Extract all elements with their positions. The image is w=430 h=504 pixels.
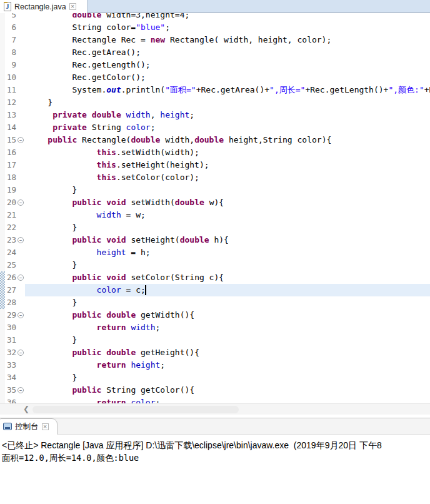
code-line[interactable]: height = h;: [25, 246, 151, 259]
console-panel: 控制台 ✕ <已终止> Rectangle [Java 应用程序] D:\迅雷下…: [0, 418, 430, 504]
close-icon[interactable]: ✕: [42, 423, 49, 430]
code-line[interactable]: private double width, height;: [25, 109, 194, 121]
console-output-area[interactable]: <已终止> Rectangle [Java 应用程序] D:\迅雷下载\ecli…: [0, 435, 430, 504]
code-line[interactable]: public void setColor(String c){: [25, 271, 224, 284]
console-tab-label: 控制台: [15, 421, 39, 432]
code-line[interactable]: Rectangle Rec = new Rectangle( width, he…: [25, 34, 331, 46]
line-number: 28: [5, 296, 16, 309]
line-number: 22: [5, 221, 16, 234]
code-line[interactable]: public void setHeight(double h){: [25, 234, 229, 246]
line-number: 5: [5, 13, 16, 21]
fold-collapse-icon[interactable]: –: [18, 350, 24, 356]
line-number: 16: [5, 146, 16, 159]
code-line[interactable]: this.setHeight(height);: [25, 159, 209, 171]
console-tab-bar: 控制台 ✕: [0, 418, 430, 435]
console-icon: [3, 423, 12, 430]
line-number: 8: [5, 46, 16, 59]
method-range-indicator: [0, 271, 5, 309]
line-number: 13: [5, 109, 16, 121]
line-number: 34: [5, 371, 16, 384]
fold-collapse-icon[interactable]: –: [18, 312, 24, 318]
console-tab[interactable]: 控制台 ✕: [0, 418, 58, 435]
fold-collapse-icon[interactable]: –: [18, 237, 24, 243]
code-line[interactable]: Rec.getColor();: [25, 71, 146, 84]
java-file-icon: [4, 2, 11, 11]
line-number: 10: [5, 71, 16, 84]
eclipse-window: Rectangle.java ✕ 56789101112131415161718…: [0, 0, 430, 504]
fold-collapse-icon[interactable]: –: [18, 199, 24, 206]
console-stdout-line: 面积=12.0,周长=14.0,颜色:blue: [2, 453, 430, 464]
code-line[interactable]: Rec.getLength();: [25, 59, 151, 71]
annotation-ruler: [0, 13, 5, 403]
line-number: 23: [5, 234, 16, 246]
code-line[interactable]: public double getWidth(){: [25, 309, 194, 321]
code-editor[interactable]: 5678910111213141516171819202122232425262…: [0, 13, 430, 403]
code-line[interactable]: color = c;: [25, 284, 146, 296]
line-number: 21: [5, 209, 16, 221]
line-number: 32: [5, 346, 16, 359]
code-line[interactable]: this.setWidth(width);: [25, 146, 199, 159]
line-number: 7: [5, 34, 16, 46]
fold-collapse-icon[interactable]: –: [18, 275, 24, 281]
code-line[interactable]: }: [25, 184, 77, 196]
line-number: 20: [5, 196, 16, 209]
code-line[interactable]: Rec.getArea();: [25, 46, 141, 59]
line-number: 9: [5, 59, 16, 71]
code-line[interactable]: public double getHeight(){: [25, 346, 199, 359]
code-line[interactable]: private String color;: [25, 121, 156, 134]
code-line[interactable]: }: [25, 96, 52, 109]
code-line[interactable]: return height;: [25, 359, 165, 371]
line-number: 11: [5, 84, 16, 96]
line-number: 35: [5, 384, 16, 396]
scrollbar-thumb[interactable]: [32, 406, 239, 413]
code-line[interactable]: System.out.println("面积="+Rec.getArea()+"…: [25, 84, 430, 96]
code-line[interactable]: String color="blue";: [25, 21, 170, 34]
editor-tab-rectangle-java[interactable]: Rectangle.java ✕: [0, 0, 88, 13]
scroll-left-arrow-icon[interactable]: ❮: [21, 404, 32, 415]
code-line[interactable]: public Rectangle(double width,double hei…: [25, 134, 331, 146]
line-number: 25: [5, 259, 16, 271]
line-number: 17: [5, 159, 16, 171]
code-line[interactable]: public void setWidth(double w){: [25, 196, 224, 209]
line-number: 26: [5, 271, 16, 284]
code-line[interactable]: this.setColor(color);: [25, 171, 199, 184]
editor-tab-bar: Rectangle.java ✕: [0, 0, 430, 13]
line-number: 30: [5, 321, 16, 334]
line-number: 24: [5, 246, 16, 259]
line-number: 27: [5, 284, 16, 296]
code-line[interactable]: public String getColor(){: [25, 384, 194, 396]
text-caret: [145, 285, 146, 295]
fold-collapse-icon[interactable]: –: [18, 137, 24, 143]
line-number: 14: [5, 121, 16, 134]
code-line[interactable]: }: [25, 296, 77, 309]
code-line[interactable]: width = w;: [25, 209, 146, 221]
line-number: 36: [5, 396, 16, 403]
code-line[interactable]: double width=3,height=4;: [25, 13, 189, 21]
line-number: 19: [5, 184, 16, 196]
close-icon[interactable]: ✕: [69, 3, 76, 10]
code-line[interactable]: }: [25, 371, 77, 384]
line-number: 33: [5, 359, 16, 371]
line-number: 12: [5, 96, 16, 109]
code-line[interactable]: }: [25, 221, 77, 234]
code-line[interactable]: return color;: [25, 396, 160, 403]
code-line[interactable]: }: [25, 259, 77, 271]
line-number: 29: [5, 309, 16, 321]
line-number: 6: [5, 21, 16, 34]
code-line[interactable]: }: [25, 334, 77, 346]
line-number: 18: [5, 171, 16, 184]
line-number: 15: [5, 134, 16, 146]
console-process-header: <已终止> Rectangle [Java 应用程序] D:\迅雷下载\ecli…: [2, 440, 430, 451]
line-number: 31: [5, 334, 16, 346]
code-line[interactable]: return width;: [25, 321, 160, 334]
editor-tab-title: Rectangle.java: [14, 3, 66, 11]
horizontal-scrollbar[interactable]: ❮: [0, 403, 430, 415]
fold-collapse-icon[interactable]: –: [18, 387, 24, 393]
